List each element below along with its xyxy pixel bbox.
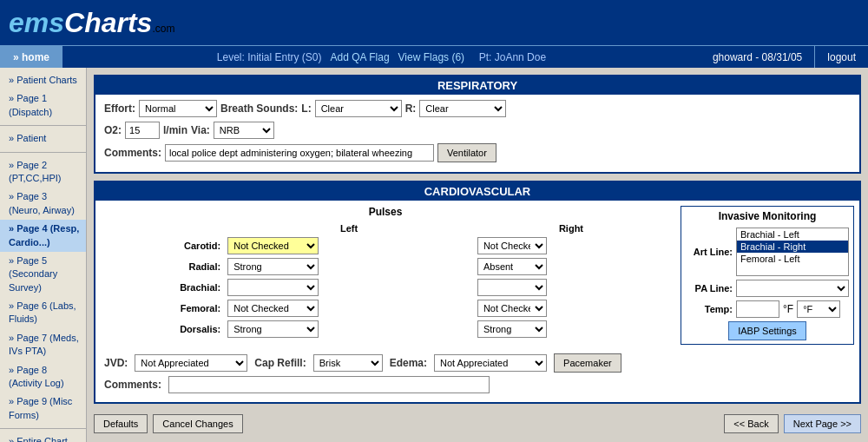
cardio-comments-row: Comments:	[104, 376, 851, 393]
resp-comments-label: Comments:	[104, 147, 161, 159]
level-label: Level: Initial Entry (S0)	[217, 51, 322, 63]
sidebar-divider-2	[0, 152, 86, 153]
brachial-right-select[interactable]: Not CheckedAbsentWeakStrong	[477, 279, 547, 296]
temp-unit-select[interactable]: °F°C	[797, 300, 840, 318]
cancel-changes-button[interactable]: Cancel Changes	[153, 414, 242, 433]
respiratory-header: RESPIRATORY	[95, 76, 859, 95]
cardio-main-body: Pulses Left Right Carotid:	[95, 201, 859, 350]
effort-label: Effort:	[104, 102, 135, 115]
pa-line-label: PA Line:	[685, 283, 733, 294]
temp-input[interactable]	[736, 300, 779, 318]
sidebar-item-entire-chart[interactable]: » Entire Chart	[0, 432, 86, 442]
jvd-label: JVD:	[104, 357, 128, 369]
ventilator-button[interactable]: Ventilator	[437, 143, 496, 162]
femoral-left-cell: Not CheckedAbsentWeakStrong	[224, 298, 474, 319]
resp-comments-input[interactable]	[165, 144, 434, 162]
femoral-right-select[interactable]: Not CheckedAbsentWeakStrong	[477, 300, 547, 317]
sidebar-divider-3	[0, 428, 86, 429]
art-line-option-3[interactable]: Femoral - Left	[737, 253, 848, 265]
respiratory-row2: O2: l/min Via: NRB	[104, 122, 851, 139]
logo: emsCharts.com	[9, 7, 174, 39]
respiratory-row1: Effort: Normal Breath Sounds: L: Clear R…	[104, 100, 851, 117]
logo-ems: ems	[9, 7, 64, 39]
radial-left-cell: StrongNot CheckedAbsentWeak	[224, 256, 474, 277]
radial-right-cell: AbsentNot CheckedWeakStrong	[474, 256, 668, 277]
pa-line-select[interactable]	[736, 280, 849, 297]
sidebar-item-page8[interactable]: » Page 8 (Activity Log)	[0, 361, 86, 393]
iabp-settings-button[interactable]: IABP Settings	[728, 321, 806, 340]
femoral-label: Femoral:	[102, 298, 224, 319]
pa-line-row: PA Line:	[685, 280, 850, 297]
pulse-col-right: Right	[474, 221, 668, 235]
radial-row: Radial: StrongNot CheckedAbsentWeak Abse…	[102, 256, 668, 277]
cardio-comments-label: Comments:	[104, 379, 161, 391]
cardio-bottom-area: JVD: Not AppreciatedAppreciated Cap Refi…	[95, 350, 859, 402]
sidebar-item-page1[interactable]: » Page 1 (Dispatch)	[0, 89, 86, 122]
sidebar-item-page3[interactable]: » Page 3 (Neuro, Airway)	[0, 188, 86, 220]
view-flags[interactable]: View Flags (6)	[398, 51, 464, 63]
edema-label: Edema:	[390, 357, 427, 369]
carotid-left-cell: Not CheckedAbsentWeakStrong	[224, 235, 474, 256]
navbar: » home Level: Initial Entry (S0) Add QA …	[0, 45, 868, 68]
radial-left-select[interactable]: StrongNot CheckedAbsentWeak	[227, 258, 319, 275]
logo-charts: Charts	[64, 7, 152, 39]
cardio-comments-input[interactable]	[168, 376, 490, 393]
art-line-label: Art Line:	[685, 247, 733, 257]
edema-select[interactable]: Not AppreciatedAppreciated	[434, 354, 547, 372]
main-layout: » Patient Charts » Page 1 (Dispatch) » P…	[0, 68, 868, 442]
carotid-row: Carotid: Not CheckedAbsentWeakStrong Not…	[102, 235, 668, 256]
breath-sounds-label: Breath Sounds:	[220, 102, 298, 115]
via-select[interactable]: NRB	[214, 122, 274, 139]
footer-buttons-area: Defaults Cancel Changes << Back Next Pag…	[94, 411, 861, 437]
carotid-right-select[interactable]: Not CheckedAbsentWeakStrong	[477, 237, 547, 254]
via-label: Via:	[191, 124, 210, 136]
nav-logout[interactable]: logout	[814, 46, 868, 68]
brachial-left-select[interactable]: Not CheckedAbsentWeakStrong	[227, 279, 319, 296]
back-button[interactable]: << Back	[724, 414, 778, 433]
sidebar-item-page6[interactable]: » Page 6 (Labs, Fluids)	[0, 297, 86, 329]
dorsalis-right-select[interactable]: StrongNot CheckedAbsentWeak	[477, 320, 547, 338]
dorsalis-left-select[interactable]: StrongNot CheckedAbsentWeak	[227, 320, 319, 338]
pulse-col-left: Left	[224, 221, 474, 235]
sidebar-item-page7[interactable]: » Page 7 (Meds, IVs PTA)	[0, 329, 86, 361]
jvd-row: JVD: Not AppreciatedAppreciated Cap Refi…	[104, 353, 851, 373]
add-qa-flag[interactable]: Add QA Flag	[331, 51, 390, 63]
pulse-col-label	[102, 221, 224, 235]
brachial-label: Brachial:	[102, 277, 224, 298]
breath-sounds-r-select[interactable]: Clear	[419, 100, 506, 117]
radial-right-select[interactable]: AbsentNot CheckedWeakStrong	[477, 258, 547, 275]
cardiovascular-header: CARDIOVASCULAR	[95, 182, 859, 201]
content-area: RESPIRATORY Effort: Normal Breath Sounds…	[87, 68, 868, 442]
sidebar-item-page2[interactable]: » Page 2 (PT,CC,HPI)	[0, 156, 86, 188]
breath-sounds-l-select[interactable]: Clear	[315, 100, 402, 117]
effort-select[interactable]: Normal	[139, 100, 217, 117]
iabp-row: IABP Settings	[685, 321, 850, 340]
art-line-listbox[interactable]: Brachial - Left Brachial - Right Femoral…	[736, 228, 849, 276]
nav-home[interactable]: » home	[0, 46, 62, 68]
next-page-button[interactable]: Next Page >>	[784, 414, 861, 433]
art-line-option-1[interactable]: Brachial - Left	[737, 228, 848, 241]
art-line-option-2[interactable]: Brachial - Right	[737, 241, 848, 253]
respiratory-body: Effort: Normal Breath Sounds: L: Clear R…	[95, 95, 859, 172]
sidebar-item-page9[interactable]: » Page 9 (Misc Forms)	[0, 393, 86, 425]
cap-refill-select[interactable]: BriskDelayedNot Assessed	[313, 354, 383, 372]
femoral-row: Femoral: Not CheckedAbsentWeakStrong Not…	[102, 298, 668, 319]
sidebar-item-page4[interactable]: » Page 4 (Resp, Cardio...)	[0, 220, 86, 252]
logo-dotcom: .com	[152, 23, 174, 35]
dorsalis-left-cell: StrongNot CheckedAbsentWeak	[224, 319, 474, 340]
femoral-left-select[interactable]: Not CheckedAbsentWeakStrong	[227, 300, 319, 317]
cardiovascular-section: CARDIOVASCULAR Pulses Left Right	[94, 181, 861, 404]
carotid-left-select[interactable]: Not CheckedAbsentWeakStrong	[227, 237, 319, 254]
brachial-right-cell: Not CheckedAbsentWeakStrong	[474, 277, 668, 298]
sidebar-item-page5[interactable]: » Page 5 (Secondary Survey)	[0, 252, 86, 297]
respiratory-section: RESPIRATORY Effort: Normal Breath Sounds…	[94, 75, 861, 174]
jvd-select[interactable]: Not AppreciatedAppreciated	[135, 354, 247, 372]
radial-label: Radial:	[102, 256, 224, 277]
sidebar-item-patient[interactable]: » Patient	[0, 129, 86, 148]
defaults-button[interactable]: Defaults	[94, 414, 148, 433]
o2-input[interactable]	[125, 122, 160, 139]
pacemaker-button[interactable]: Pacemaker	[554, 353, 621, 373]
breath-sounds-r-label: R:	[405, 102, 417, 115]
o2-label: O2:	[104, 124, 122, 136]
sidebar-item-patient-charts[interactable]: » Patient Charts	[0, 71, 86, 89]
